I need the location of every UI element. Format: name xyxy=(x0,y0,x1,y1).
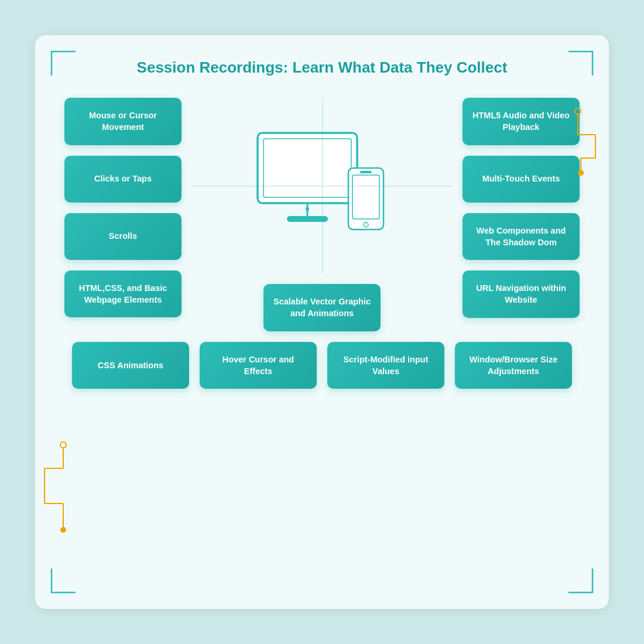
center-section: Scalable Vector Graphic and Animations xyxy=(192,98,452,331)
svg-point-0 xyxy=(60,442,66,448)
tile-mouse-movement: Mouse or Cursor Movement xyxy=(64,98,181,145)
tile-window-browser: Window/Browser Size Adjustments xyxy=(455,342,572,389)
tile-clicks-taps: Clicks or Taps xyxy=(64,156,181,203)
device-image-area xyxy=(192,98,452,273)
deco-circuit-right-top xyxy=(572,105,604,176)
deco-circuit-left xyxy=(39,433,68,539)
tile-url-navigation: URL Navigation within Website xyxy=(463,270,580,318)
left-column: Mouse or Cursor Movement Clicks or Taps … xyxy=(64,98,181,317)
main-card: Session Recordings: Learn What Data They… xyxy=(35,35,609,609)
mid-bottom-row: Scalable Vector Graphic and Animations xyxy=(192,284,452,331)
svg-point-13 xyxy=(578,170,584,176)
svg-rect-22 xyxy=(360,171,372,173)
corner-deco-top-right xyxy=(563,46,598,81)
svg-point-6 xyxy=(60,527,66,533)
svg-rect-16 xyxy=(263,139,351,197)
corner-deco-bottom-right xyxy=(563,563,598,598)
bottom-row: CSS Animations Hover Cursor and Effects … xyxy=(64,342,580,389)
svg-rect-21 xyxy=(352,175,379,219)
tile-html5-audio: HTML5 Audio and Video Playback xyxy=(463,98,580,145)
right-column: HTML5 Audio and Video Playback Multi-Tou… xyxy=(463,98,580,318)
crosshair-v xyxy=(322,98,323,273)
tile-scalable-vector: Scalable Vector Graphic and Animations xyxy=(263,284,381,331)
corner-deco-top-left xyxy=(46,46,81,81)
tile-html-css: HTML,CSS, and Basic Webpage Elements xyxy=(64,270,181,318)
corner-deco-bottom-left xyxy=(46,563,81,598)
tile-script-modified: Script-Modified input Values xyxy=(327,342,444,389)
tile-css-animations: CSS Animations xyxy=(72,342,189,389)
tile-web-components: Web Components and The Shadow Dom xyxy=(463,213,580,261)
tile-hover-cursor: Hover Cursor and Effects xyxy=(200,342,317,389)
svg-point-19 xyxy=(306,207,309,211)
svg-point-7 xyxy=(575,108,581,114)
tile-scrolls: Scrolls xyxy=(64,213,181,260)
page-title: Session Recordings: Learn What Data They… xyxy=(64,59,580,77)
tile-multi-touch: Multi-Touch Events xyxy=(463,156,580,203)
content-layout: Mouse or Cursor Movement Clicks or Taps … xyxy=(64,98,580,331)
